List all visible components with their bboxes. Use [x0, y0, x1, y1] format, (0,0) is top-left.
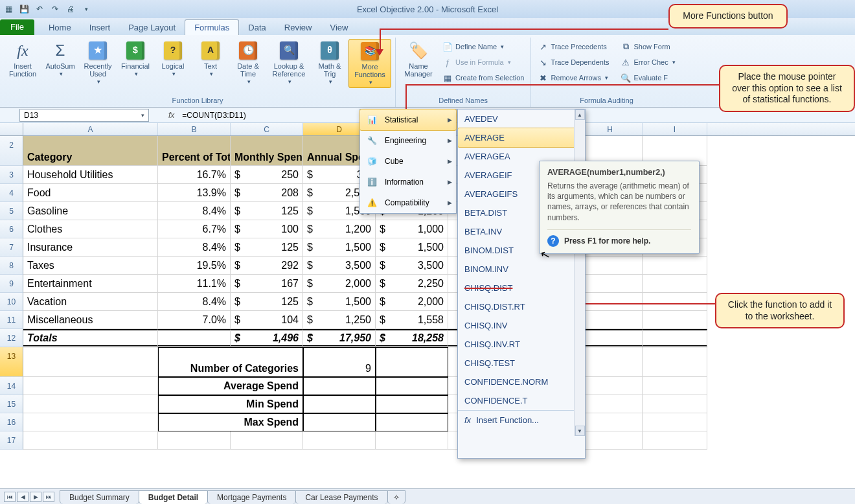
cell[interactable]: Food — [23, 184, 158, 202]
cell[interactable] — [23, 431, 158, 450]
cell[interactable] — [23, 413, 158, 431]
fn-item-confidence-t[interactable]: CONFIDENCE.T — [458, 391, 585, 410]
cell[interactable]: Entertainment — [23, 275, 158, 293]
menu-item-cube[interactable]: 🧊 Cube▶ — [360, 151, 456, 172]
cell[interactable]: Min Spend — [158, 395, 303, 413]
row-header[interactable]: 14 — [0, 377, 23, 395]
cell[interactable]: 6.7% — [158, 220, 231, 238]
insert-function-button[interactable]: fx Insert Function — [4, 39, 41, 88]
menu-item-information[interactable]: ℹ️ Information▶ — [360, 172, 456, 192]
namebox-dropdown-icon[interactable]: ▾ — [141, 112, 144, 119]
financial-button[interactable]: $ Financial — [117, 39, 154, 88]
cell[interactable]: Vacation — [23, 293, 158, 311]
col-header-a[interactable]: A — [23, 123, 158, 135]
text-button[interactable]: A Text — [192, 39, 229, 88]
row-header[interactable]: 9 — [0, 275, 23, 293]
row-header[interactable]: 6 — [0, 220, 23, 238]
row-header[interactable]: 2 — [0, 136, 23, 166]
cell[interactable]: $3,500 — [376, 257, 448, 275]
fn-item-avedev[interactable]: AVEDEV — [458, 109, 585, 128]
error-checking-button[interactable]: ⚠Error Chec — [618, 56, 678, 69]
cell[interactable] — [578, 257, 643, 275]
sheet-tab-budget-detail[interactable]: Budget Detail — [139, 490, 208, 504]
cell[interactable]: 8.4% — [158, 238, 231, 257]
save-icon[interactable]: 💾 — [18, 3, 30, 15]
recently-used-button[interactable]: ★ Recently Used — [79, 39, 117, 88]
fn-item-chisq-inv-rt[interactable]: CHISQ.INV.RT — [458, 335, 585, 354]
cell[interactable]: $17,950 — [303, 329, 376, 347]
cell[interactable] — [376, 413, 448, 431]
sheet-tab-mortgage[interactable]: Mortgage Payments — [207, 490, 296, 504]
cell[interactable]: Miscellaneous — [23, 311, 158, 329]
fn-item-chisq-dist-rt[interactable]: CHISQ.DIST.RT — [458, 297, 585, 316]
fn-item-chisq-dist[interactable]: CHISQ.DIST — [458, 279, 585, 297]
scroll-down-icon[interactable]: ▼ — [575, 426, 585, 436]
cell[interactable] — [303, 413, 376, 431]
cell[interactable]: $2,000 — [303, 275, 376, 293]
cell[interactable] — [643, 413, 707, 431]
scroll-up-icon[interactable]: ▲ — [575, 109, 585, 120]
name-manager-button[interactable]: 🏷️ Name Manager — [400, 39, 437, 84]
sheet-nav-next[interactable]: ▶ — [30, 492, 41, 502]
redo-icon[interactable]: ↷ — [49, 3, 61, 15]
tab-insert[interactable]: Insert — [80, 20, 120, 35]
cell[interactable] — [578, 347, 643, 377]
math-trig-button[interactable]: θ Math & Trig — [311, 39, 348, 88]
col-header-b[interactable]: B — [158, 123, 231, 135]
col-header-h[interactable]: H — [578, 123, 643, 135]
cell[interactable]: $1,496 — [231, 329, 303, 347]
cell[interactable] — [303, 431, 376, 450]
cell[interactable]: $208 — [231, 184, 303, 202]
cell[interactable] — [643, 431, 707, 450]
fn-item-chisq-test[interactable]: CHISQ.TEST — [458, 354, 585, 372]
insert-function-menu-item[interactable]: fx Insert Function... — [458, 410, 585, 430]
row-header[interactable]: 13 — [0, 347, 23, 377]
cell[interactable]: $292 — [231, 257, 303, 275]
cell[interactable]: $1,500 — [376, 238, 448, 257]
cell[interactable] — [231, 431, 303, 450]
cell[interactable]: 11.1% — [158, 275, 231, 293]
sheet-nav-last[interactable]: ⏭ — [43, 492, 54, 502]
row-header[interactable]: 10 — [0, 293, 23, 311]
cell[interactable]: $1,250 — [303, 311, 376, 329]
cell[interactable]: 8.4% — [158, 293, 231, 311]
row-header[interactable]: 12 — [0, 329, 23, 347]
cell[interactable]: Taxes — [23, 257, 158, 275]
sheet-tab-car-lease[interactable]: Car Lease Payments — [295, 490, 387, 504]
print-icon[interactable]: 🖨 — [65, 3, 76, 15]
cell[interactable]: Household Utilities — [23, 166, 158, 184]
row-header[interactable]: 4 — [0, 184, 23, 202]
cell[interactable]: Average Spend — [158, 377, 303, 395]
row-header[interactable]: 7 — [0, 238, 23, 257]
row-header[interactable]: 16 — [0, 413, 23, 431]
select-all-corner[interactable] — [0, 123, 23, 135]
cell[interactable]: $18,258 — [376, 329, 448, 347]
trace-precedents-button[interactable]: ↗Trace Precedents — [535, 40, 611, 53]
cell[interactable] — [578, 293, 643, 311]
logical-button[interactable]: ? Logical — [154, 39, 192, 88]
row-header[interactable]: 5 — [0, 202, 23, 220]
row-header[interactable]: 17 — [0, 431, 23, 450]
cell[interactable]: $3,500 — [303, 257, 376, 275]
sheet-nav-prev[interactable]: ◀ — [17, 492, 28, 502]
date-time-button[interactable]: 🕒 Date & Time — [229, 39, 267, 88]
cell[interactable] — [578, 413, 643, 431]
cell[interactable]: $104 — [231, 311, 303, 329]
sheet-tab-budget-summary[interactable]: Budget Summary — [60, 490, 139, 504]
cell[interactable] — [578, 395, 643, 413]
fn-item-binom-inv[interactable]: BINOM.INV — [458, 260, 585, 279]
qat-customize-icon[interactable]: ▾ — [80, 3, 92, 15]
cell[interactable]: 13.9% — [158, 184, 231, 202]
col-header-c[interactable]: C — [231, 123, 303, 135]
cell[interactable]: $2,250 — [376, 275, 448, 293]
cell[interactable]: 8.4% — [158, 202, 231, 220]
remove-arrows-button[interactable]: ✖Remove Arrows — [535, 71, 611, 84]
row-header[interactable]: 8 — [0, 257, 23, 275]
tab-formulas[interactable]: Formulas — [185, 19, 239, 35]
row-header[interactable]: 15 — [0, 395, 23, 413]
cell[interactable]: Max Spend — [158, 413, 303, 431]
tab-home[interactable]: Home — [40, 20, 80, 35]
fx-icon[interactable]: fx — [168, 111, 174, 120]
define-name-button[interactable]: 📄Define Name — [440, 40, 527, 53]
cell[interactable] — [158, 431, 231, 450]
